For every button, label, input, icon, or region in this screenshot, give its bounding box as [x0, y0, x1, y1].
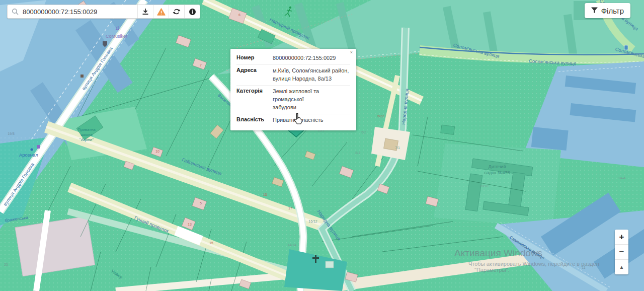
poi-label: Приватна — [77, 127, 96, 132]
search-input[interactable] — [23, 8, 137, 16]
search-icon — [8, 8, 23, 15]
info-button[interactable] — [184, 5, 200, 18]
parcel-number: 28/10 — [479, 184, 489, 188]
popup-row-address: Адреса м.Київ, Солом'янський район,вулиц… — [236, 64, 350, 85]
parcel-number: 14/14 — [287, 243, 296, 247]
museum-icon — [37, 145, 40, 149]
download-button[interactable] — [137, 5, 153, 18]
popup-row-label: Власність — [236, 116, 273, 124]
popup-row-value: Приватна власність — [273, 116, 350, 124]
parcel-number: 15 — [209, 241, 213, 245]
zoom-out-button[interactable]: − — [615, 244, 628, 259]
popup-row-category: Категорія Землі житлової та громадськоїз… — [236, 85, 350, 114]
filter-button[interactable]: Фільтр — [585, 3, 630, 18]
map-canvas[interactable]: Солом'янська вулиця Солом'янська вулиця … — [0, 0, 644, 291]
poi-label: CoMusiker — [106, 34, 127, 39]
parcel-info-popup: × Номер 8000000000:72:155:0029 Адреса м.… — [230, 49, 356, 130]
music-note-icon: ♫ — [115, 24, 120, 32]
search-bar — [7, 5, 200, 19]
close-icon[interactable]: × — [350, 50, 353, 55]
compass-button[interactable]: ▲ — [615, 259, 628, 274]
filter-button-label: Фільтр — [601, 7, 624, 15]
parcel-number: 6/22 — [377, 114, 384, 118]
parcel-number: 8/1 — [355, 151, 360, 155]
warning-button[interactable] — [153, 5, 169, 18]
parcel-number: 16/12 — [308, 220, 317, 223]
parcel-number: 7/1 — [395, 146, 400, 150]
parcel-number: 25 — [4, 263, 8, 266]
popup-row-number: Номер 8000000000:72:155:0029 — [236, 52, 350, 64]
poi-label: Дитячий — [489, 164, 506, 169]
poi-label: садок №478 — [485, 170, 510, 175]
filter-icon — [591, 7, 598, 15]
parcel-number: 17 — [288, 206, 292, 210]
popup-row-label: Номер — [236, 54, 273, 62]
zoom-control: + − ▲ — [615, 230, 628, 274]
popup-row-ownership: Власність Приватна власність — [236, 114, 350, 126]
poi-label: "Афіни" — [79, 137, 94, 142]
parcel-number: 14-А — [618, 176, 626, 180]
poi-dot-icon — [31, 149, 33, 151]
parcel-number: 7 — [200, 63, 202, 67]
parcel-number: 6/2 — [361, 130, 366, 134]
parcel-number: 15 — [263, 193, 267, 196]
parcel-number: 19/8 — [8, 132, 15, 135]
poi-marker-icon — [80, 75, 84, 78]
parcel-number: 13 — [188, 223, 192, 226]
parcel-number: 11 — [582, 266, 585, 269]
map-application: Солом'янська вулиця Солом'янська вулиця … — [0, 0, 644, 291]
parcel-number: 6 — [238, 13, 240, 17]
poi-label: Арсенал — [19, 152, 38, 158]
zoom-in-button[interactable]: + — [615, 230, 628, 244]
parcel-number: 10 — [155, 150, 159, 153]
popup-row-value: Землі житлової та громадської — [273, 88, 350, 104]
popup-row-value: м.Київ, Солом'янський район, — [273, 67, 350, 75]
popup-row-label: Категорія — [236, 88, 273, 112]
popup-row-value: 8000000000:72:155:0029 — [273, 54, 350, 62]
parcel-number: 5 — [200, 201, 202, 205]
popup-row-label: Адреса — [236, 67, 273, 83]
refresh-button[interactable] — [169, 5, 184, 18]
poi-label: школа — [80, 132, 93, 137]
kindergarten-region — [434, 143, 561, 228]
